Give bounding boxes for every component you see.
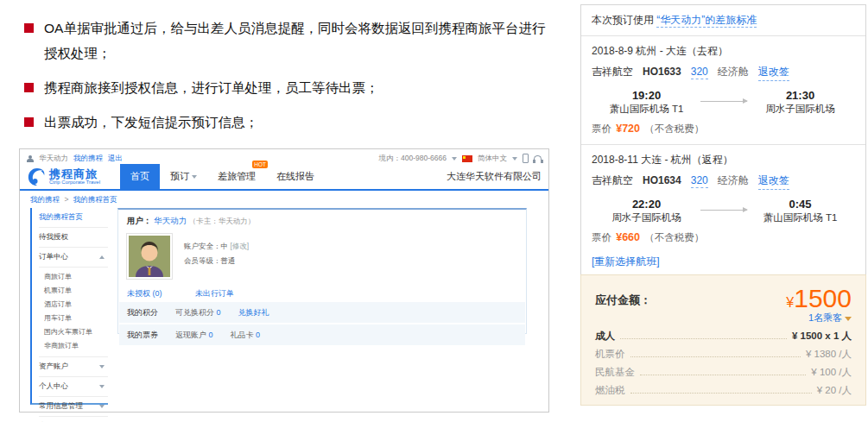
chevron-down-icon[interactable] — [845, 317, 852, 321]
route-arrow-icon — [700, 101, 747, 102]
header-accent-line — [20, 189, 548, 191]
language-selector[interactable]: 简体中文 — [478, 154, 507, 164]
policy-prefix: 本次预订使用 — [592, 14, 654, 26]
reselect-flight-link[interactable]: [重新选择航班] — [592, 255, 660, 268]
mobile-app-icon[interactable] — [523, 154, 529, 163]
fee-label: 成人 — [595, 330, 615, 343]
sidebar: 我的携程首页 待我授权 订单中心 商旅订单 机票订单 酒店订单 用车订单 国内火… — [30, 208, 108, 405]
refund-policy-link[interactable]: 退改签 — [758, 173, 789, 190]
fee-row-adult: 成人 ¥ 1500 x 1 人 — [595, 330, 852, 343]
fee-value: ¥ 100 /人 — [811, 366, 852, 379]
sidebar-item-common-info[interactable]: 常用信息管理 — [39, 397, 108, 417]
aircraft-type-link[interactable]: 320 — [691, 66, 708, 79]
user-label: 用户： — [127, 216, 152, 225]
sidebar-item-car-orders[interactable]: 用车订单 — [39, 311, 108, 324]
member-level: 会员等级：普通 — [184, 254, 249, 268]
airline-name: 吉祥航空 — [592, 173, 633, 188]
bullet-item: 出票成功，下发短信提示预订信息； — [24, 110, 549, 135]
breadcrumb-parent[interactable]: 我的携程 — [30, 195, 60, 204]
passenger-count-dropdown[interactable]: 1名乘客 — [808, 312, 842, 323]
sidebar-item-label: 常用信息管理 — [39, 401, 83, 412]
bullet-text: OA单据审批通过后，给与出差人员消息提醒，同时会将数据返回到携程商旅平台进行授权… — [44, 16, 549, 66]
headset-icon[interactable] — [534, 155, 542, 161]
cabin-class: 经济舱 — [718, 173, 749, 188]
breadcrumb-current: 我的携程首页 — [73, 195, 117, 204]
points-exchange-label: 可兑换积分 — [175, 307, 214, 318]
points-value[interactable]: 0 — [217, 308, 221, 317]
fee-label: 机票价 — [595, 348, 625, 361]
unauthorized-link[interactable]: 未授权 (0) — [127, 289, 162, 298]
sidebar-item-label: 我的携程首页 — [39, 212, 83, 223]
policy-link[interactable]: “华天动力”的差旅标准 — [656, 14, 757, 28]
chevron-down-icon[interactable] — [452, 157, 457, 161]
points-label: 我的积分 — [127, 307, 175, 318]
sidebar-item-personal-center[interactable]: 个人中心 — [39, 377, 108, 397]
bullet-text: 出票成功，下发短信提示预订信息； — [44, 110, 258, 135]
bullet-item: 携程商旅接到授权信息，进行订单处理，员工等待出票； — [24, 75, 549, 100]
sidebar-item-corp-orders[interactable]: 商旅订单 — [39, 269, 108, 283]
giftcard-value[interactable]: 0 — [256, 331, 260, 339]
fee-label: 民航基金 — [595, 366, 635, 379]
logout-link[interactable]: 退出 — [108, 154, 123, 164]
sidebar-item-asset-account[interactable]: 资产账户 — [39, 357, 108, 377]
sidebar-item-train-orders[interactable]: 国内火车票订单 — [39, 324, 108, 338]
sidebar-item-hotel-orders[interactable]: 酒店订单 — [39, 297, 108, 311]
flight-price: ¥660 — [616, 231, 640, 243]
flight-price: ¥720 — [616, 123, 640, 135]
flight-date-route: 2018-8-9 杭州 - 大连（去程） — [592, 44, 855, 59]
cashback-label: 返现账户 — [175, 330, 206, 341]
sidebar-item-home[interactable]: 我的携程首页 — [39, 208, 108, 228]
account-security: 账户安全：中 — [184, 242, 228, 250]
breadcrumb-separator: > — [64, 195, 68, 204]
airline-name: 吉祥航空 — [592, 65, 633, 79]
nav-tab-online-report[interactable]: 在线报告 — [266, 164, 325, 189]
brand-name: 携程商旅 — [49, 168, 100, 180]
brand-logo[interactable]: 携程商旅 Ctrip Corporate Travel — [27, 167, 117, 186]
nav-tab-booking[interactable]: 预订 — [160, 164, 207, 189]
no-trip-orders-link[interactable]: 未出行订单 — [195, 289, 234, 298]
fee-value: ¥ 1380 /人 — [806, 348, 852, 361]
bullet-list: OA单据审批通过后，给与出差人员消息提醒，同时会将数据返回到携程商旅平台进行授权… — [24, 16, 549, 144]
price-note: （不含税费） — [644, 232, 704, 242]
logged-in-user: 华天动力 — [39, 154, 68, 164]
sidebar-item-pending-auth[interactable]: 待我授权 — [39, 228, 108, 248]
price-label: 票价 — [592, 232, 611, 242]
sidebar-item-app-center[interactable]: 应用中心 — [39, 417, 108, 422]
brand-subtitle: Ctrip Corporate Travel — [49, 180, 100, 186]
nav-tab-travel-mgmt[interactable]: 差旅管理 HOT — [207, 164, 266, 189]
modify-link[interactable]: [修改] — [230, 242, 249, 250]
sidebar-item-noncorp-orders[interactable]: 非商旅订单 — [39, 338, 108, 352]
chevron-down-icon — [99, 365, 105, 368]
price-note: （不含税费） — [644, 123, 704, 134]
chevron-down-icon[interactable] — [512, 157, 517, 161]
sidebar-item-order-center[interactable]: 订单中心 — [39, 248, 108, 268]
exchange-gift-link[interactable]: 兑换好礼 — [238, 307, 269, 318]
payment-panel: 应付金额： ¥1500 1名乘客 成人 ¥ 1500 x 1 人 机票价 ¥ 1… — [580, 274, 866, 406]
departure-airport: 萧山国际机场 T1 — [602, 103, 692, 116]
chevron-down-icon — [99, 405, 105, 408]
chevron-down-icon — [192, 175, 197, 179]
cashback-value[interactable]: 0 — [209, 331, 213, 339]
my-ctrip-link[interactable]: 我的携程 — [73, 154, 103, 164]
points-row: 我的积分 可兑换积分 0 兑换好礼 — [119, 302, 525, 323]
aircraft-type-link[interactable]: 320 — [691, 174, 708, 188]
sidebar-item-flight-orders[interactable]: 机票订单 — [39, 283, 108, 297]
chevron-up-icon — [99, 255, 105, 259]
china-flag-icon — [462, 155, 472, 162]
tickets-label: 我的票券 — [127, 330, 175, 341]
nav-tab-booking-label: 预订 — [170, 170, 189, 183]
bullet-item: OA单据审批通过后，给与出差人员消息提醒，同时会将数据返回到携程商旅平台进行授权… — [24, 16, 549, 66]
user-name-link[interactable]: 华天动力 — [154, 216, 187, 225]
dotted-leader — [620, 338, 787, 339]
flight-number: HO1633 — [643, 66, 681, 78]
dolphin-icon — [27, 167, 46, 186]
sidebar-item-label: 个人中心 — [39, 381, 68, 392]
total-label: 应付金额： — [595, 293, 651, 308]
breadcrumb: 我的携程 > 我的携程首页 — [30, 195, 117, 205]
dotted-leader — [640, 375, 806, 375]
nav-tab-home[interactable]: 首页 — [120, 164, 160, 189]
fee-row-ticket: 机票价 ¥ 1380 /人 — [595, 348, 852, 361]
company-name: 大连华天软件有限公司 — [447, 170, 542, 183]
route-arrow-icon — [700, 210, 747, 211]
refund-policy-link[interactable]: 退改签 — [758, 65, 789, 81]
